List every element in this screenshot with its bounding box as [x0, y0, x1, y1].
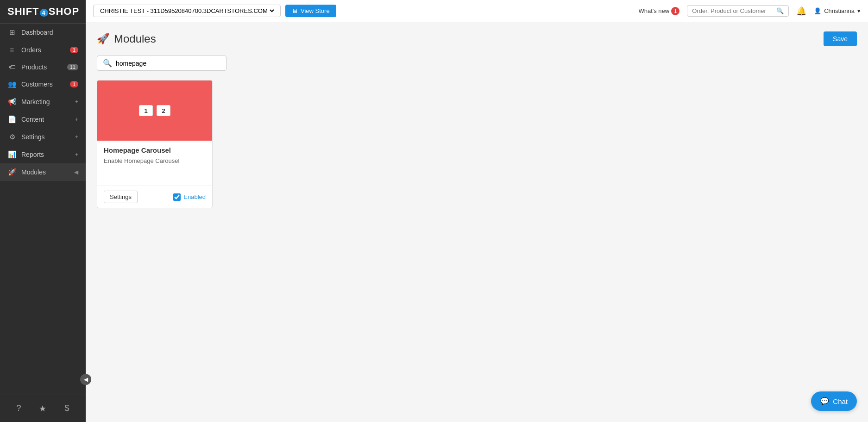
module-search-bar[interactable]: 🔍	[97, 56, 226, 71]
page-content: 🚀 Modules Save 🔍 1 2 Homepage Carousel E…	[86, 22, 868, 422]
sidebar-item-label: Marketing	[21, 98, 75, 106]
sidebar: SHIFT4SHOP ⊞ Dashboard ≡ Orders 1 🏷 Prod…	[0, 0, 86, 422]
carousel-num-1: 1	[139, 105, 153, 116]
sidebar-item-dashboard[interactable]: ⊞ Dashboard	[0, 24, 86, 41]
store-select[interactable]: CHRISTIE TEST - 311D59520840700.3DCARTST…	[98, 7, 276, 15]
orders-icon: ≡	[7, 46, 17, 54]
sidebar-item-modules[interactable]: 🚀 Modules ◀	[0, 163, 86, 181]
marketing-icon: 📢	[7, 98, 17, 106]
logo-number: 4	[40, 9, 48, 17]
whats-new-badge: 1	[671, 7, 679, 15]
user-area[interactable]: 👤 Christianna ▾	[814, 7, 861, 14]
user-dropdown-icon: ▾	[857, 7, 861, 14]
carousel-num-2: 2	[157, 105, 170, 116]
module-card: 1 2 Homepage Carousel Enable Homepage Ca…	[97, 80, 213, 208]
whats-new-label: What's new	[638, 7, 669, 14]
sidebar-item-customers[interactable]: 👥 Customers 1	[0, 75, 86, 93]
user-icon: 👤	[814, 7, 821, 14]
logo-text: SHIFT4SHOP	[7, 6, 79, 18]
sidebar-item-marketing[interactable]: 📢 Marketing +	[0, 93, 86, 111]
expand-icon: +	[75, 99, 78, 105]
topbar-search[interactable]: 🔍	[687, 5, 789, 17]
help-icon[interactable]: ?	[16, 403, 21, 414]
favorites-icon[interactable]: ★	[39, 403, 46, 414]
module-enabled-area: Enabled	[173, 193, 206, 201]
sidebar-item-settings[interactable]: ⚙ Settings +	[0, 128, 86, 146]
topbar-search-input[interactable]	[692, 7, 776, 14]
whats-new[interactable]: What's new 1	[638, 7, 679, 15]
search-icon: 🔍	[103, 59, 112, 68]
store-selector[interactable]: CHRISTIE TEST - 311D59520840700.3DCARTST…	[93, 5, 281, 17]
module-card-title: Homepage Carousel	[104, 146, 206, 154]
sidebar-item-content[interactable]: 📄 Content +	[0, 111, 86, 128]
view-store-button[interactable]: 🖥 View Store	[285, 5, 336, 17]
module-card-footer: Settings Enabled	[97, 186, 212, 208]
products-icon: 🏷	[7, 63, 17, 71]
module-enabled-checkbox[interactable]	[173, 193, 181, 201]
page-title: 🚀 Modules	[97, 32, 156, 45]
chat-label: Chat	[833, 397, 848, 405]
sidebar-bottom: ? ★ $	[0, 395, 86, 422]
module-settings-button[interactable]: Settings	[104, 191, 138, 203]
page-header: 🚀 Modules Save	[97, 31, 857, 46]
main-area: CHRISTIE TEST - 311D59520840700.3DCARTST…	[86, 0, 868, 422]
expand-icon: +	[75, 134, 78, 140]
rocket-icon: 🚀	[97, 33, 109, 45]
page-title-text: Modules	[114, 32, 156, 45]
collapse-icon: ◀	[74, 169, 78, 175]
module-card-image: 1 2	[97, 81, 212, 141]
customers-badge: 1	[70, 81, 78, 87]
sidebar-item-label: Settings	[21, 133, 75, 141]
notifications-icon[interactable]: 🔔	[796, 6, 806, 16]
logo: SHIFT4SHOP	[0, 0, 86, 24]
monitor-icon: 🖥	[292, 7, 298, 14]
module-card-description: Enable Homepage Carousel	[104, 157, 206, 180]
sidebar-collapse-button[interactable]: ◀	[80, 374, 91, 385]
customers-icon: 👥	[7, 80, 17, 88]
user-name: Christianna	[824, 7, 855, 14]
topbar-right: What's new 1 🔍 🔔 👤 Christianna ▾	[638, 5, 861, 17]
search-icon: 🔍	[776, 7, 784, 14]
sidebar-item-label: Orders	[21, 46, 68, 54]
billing-icon[interactable]: $	[64, 403, 69, 414]
orders-badge: 1	[70, 47, 78, 53]
save-button[interactable]: Save	[824, 31, 857, 46]
sidebar-item-label: Dashboard	[21, 29, 78, 36]
settings-icon: ⚙	[7, 133, 17, 141]
chat-button[interactable]: 💬 Chat	[811, 391, 857, 411]
expand-icon: +	[75, 151, 78, 158]
reports-icon: 📊	[7, 150, 17, 159]
module-card-body: Homepage Carousel Enable Homepage Carous…	[97, 141, 212, 186]
sidebar-item-label: Products	[21, 63, 65, 71]
sidebar-item-products[interactable]: 🏷 Products 11	[0, 58, 86, 75]
sidebar-item-orders[interactable]: ≡ Orders 1	[0, 41, 86, 58]
topbar: CHRISTIE TEST - 311D59520840700.3DCARTST…	[86, 0, 868, 22]
sidebar-bottom-icons: ? ★ $	[0, 400, 86, 417]
chat-icon: 💬	[820, 397, 829, 405]
sidebar-item-label: Content	[21, 116, 75, 123]
content-icon: 📄	[7, 115, 17, 124]
expand-icon: +	[75, 116, 78, 123]
sidebar-item-label: Modules	[21, 168, 74, 176]
sidebar-item-reports[interactable]: 📊 Reports +	[0, 146, 86, 163]
modules-icon: 🚀	[7, 168, 17, 176]
dashboard-icon: ⊞	[7, 28, 17, 37]
products-badge: 11	[67, 64, 78, 70]
modules-grid: 1 2 Homepage Carousel Enable Homepage Ca…	[97, 80, 857, 208]
sidebar-item-label: Customers	[21, 81, 68, 88]
module-enabled-label: Enabled	[183, 193, 206, 200]
sidebar-item-label: Reports	[21, 151, 75, 158]
module-search-input[interactable]	[116, 60, 220, 67]
